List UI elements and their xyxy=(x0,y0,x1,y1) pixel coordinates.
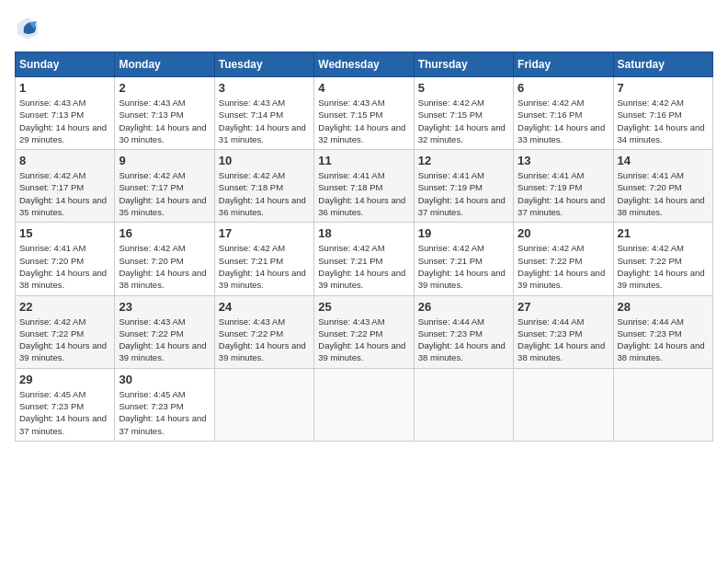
calendar-cell: 2 Sunrise: 4:43 AMSunset: 7:13 PMDayligh… xyxy=(115,77,214,150)
calendar-cell: 5 Sunrise: 4:42 AMSunset: 7:15 PMDayligh… xyxy=(414,77,513,150)
weekday-header-cell: Sunday xyxy=(16,52,115,77)
day-number: 13 xyxy=(518,154,609,167)
day-info: Sunrise: 4:42 AMSunset: 7:16 PMDaylight:… xyxy=(518,98,605,144)
calendar-cell: 10 Sunrise: 4:42 AMSunset: 7:18 PMDaylig… xyxy=(214,150,313,223)
day-info: Sunrise: 4:42 AMSunset: 7:20 PMDaylight:… xyxy=(119,243,206,290)
calendar-cell: 28 Sunrise: 4:44 AMSunset: 7:23 PMDaylig… xyxy=(613,295,712,368)
day-number: 3 xyxy=(219,81,310,95)
day-info: Sunrise: 4:42 AMSunset: 7:17 PMDaylight:… xyxy=(119,170,206,217)
calendar-cell xyxy=(613,368,712,441)
weekday-header-cell: Monday xyxy=(115,52,214,77)
day-info: Sunrise: 4:45 AMSunset: 7:23 PMDaylight:… xyxy=(119,389,206,436)
calendar-cell: 24 Sunrise: 4:43 AMSunset: 7:22 PMDaylig… xyxy=(214,295,313,368)
day-number: 23 xyxy=(119,300,210,314)
day-number: 19 xyxy=(418,226,509,240)
day-info: Sunrise: 4:43 AMSunset: 7:22 PMDaylight:… xyxy=(219,316,306,363)
day-number: 11 xyxy=(318,154,409,167)
calendar-cell: 17 Sunrise: 4:42 AMSunset: 7:21 PMDaylig… xyxy=(214,223,313,295)
day-info: Sunrise: 4:44 AMSunset: 7:23 PMDaylight:… xyxy=(618,316,705,363)
day-number: 6 xyxy=(518,81,609,95)
day-number: 5 xyxy=(418,81,509,95)
calendar-cell: 26 Sunrise: 4:44 AMSunset: 7:23 PMDaylig… xyxy=(414,295,513,368)
day-info: Sunrise: 4:42 AMSunset: 7:18 PMDaylight:… xyxy=(219,170,306,217)
day-number: 18 xyxy=(318,226,409,240)
day-number: 2 xyxy=(119,81,210,95)
calendar-row: 15 Sunrise: 4:41 AMSunset: 7:20 PMDaylig… xyxy=(16,223,713,295)
calendar-cell: 4 Sunrise: 4:43 AMSunset: 7:15 PMDayligh… xyxy=(314,77,414,150)
calendar-table: SundayMondayTuesdayWednesdayThursdayFrid… xyxy=(15,52,713,442)
weekday-header-cell: Saturday xyxy=(613,52,712,77)
day-info: Sunrise: 4:42 AMSunset: 7:15 PMDaylight:… xyxy=(418,98,506,144)
day-info: Sunrise: 4:43 AMSunset: 7:13 PMDaylight:… xyxy=(19,98,107,144)
calendar-cell: 9 Sunrise: 4:42 AMSunset: 7:17 PMDayligh… xyxy=(115,150,214,223)
day-info: Sunrise: 4:42 AMSunset: 7:21 PMDaylight:… xyxy=(318,243,405,290)
weekday-header: SundayMondayTuesdayWednesdayThursdayFrid… xyxy=(16,52,713,77)
calendar-cell xyxy=(514,368,613,441)
calendar-cell xyxy=(414,368,513,441)
day-info: Sunrise: 4:41 AMSunset: 7:19 PMDaylight:… xyxy=(418,170,506,217)
logo-icon xyxy=(15,15,40,40)
day-number: 27 xyxy=(518,300,609,314)
weekday-header-cell: Wednesday xyxy=(314,52,414,77)
calendar-cell: 30 Sunrise: 4:45 AMSunset: 7:23 PMDaylig… xyxy=(115,368,214,441)
calendar-cell: 16 Sunrise: 4:42 AMSunset: 7:20 PMDaylig… xyxy=(115,223,214,295)
calendar-cell: 13 Sunrise: 4:41 AMSunset: 7:19 PMDaylig… xyxy=(514,150,613,223)
header xyxy=(15,15,713,40)
calendar-cell: 22 Sunrise: 4:42 AMSunset: 7:22 PMDaylig… xyxy=(16,295,115,368)
calendar-cell: 15 Sunrise: 4:41 AMSunset: 7:20 PMDaylig… xyxy=(16,223,115,295)
day-info: Sunrise: 4:41 AMSunset: 7:20 PMDaylight:… xyxy=(19,243,107,290)
day-info: Sunrise: 4:42 AMSunset: 7:22 PMDaylight:… xyxy=(618,243,705,290)
day-info: Sunrise: 4:42 AMSunset: 7:16 PMDaylight:… xyxy=(618,98,705,144)
day-number: 12 xyxy=(418,154,509,167)
calendar-cell: 11 Sunrise: 4:41 AMSunset: 7:18 PMDaylig… xyxy=(314,150,414,223)
day-number: 4 xyxy=(318,81,409,95)
day-number: 26 xyxy=(418,300,509,314)
day-info: Sunrise: 4:42 AMSunset: 7:22 PMDaylight:… xyxy=(19,316,107,363)
day-number: 16 xyxy=(119,226,210,240)
calendar-cell: 23 Sunrise: 4:43 AMSunset: 7:22 PMDaylig… xyxy=(115,295,214,368)
day-info: Sunrise: 4:42 AMSunset: 7:17 PMDaylight:… xyxy=(19,170,107,217)
day-number: 22 xyxy=(19,300,110,314)
day-number: 29 xyxy=(19,373,110,386)
day-info: Sunrise: 4:44 AMSunset: 7:23 PMDaylight:… xyxy=(518,316,605,363)
day-number: 7 xyxy=(618,81,709,95)
calendar-cell: 1 Sunrise: 4:43 AMSunset: 7:13 PMDayligh… xyxy=(16,77,115,150)
calendar-row: 8 Sunrise: 4:42 AMSunset: 7:17 PMDayligh… xyxy=(16,150,713,223)
day-info: Sunrise: 4:41 AMSunset: 7:18 PMDaylight:… xyxy=(318,170,405,217)
day-info: Sunrise: 4:43 AMSunset: 7:13 PMDaylight:… xyxy=(119,98,206,144)
logo xyxy=(15,15,44,40)
day-info: Sunrise: 4:43 AMSunset: 7:22 PMDaylight:… xyxy=(318,316,405,363)
calendar-cell: 29 Sunrise: 4:45 AMSunset: 7:23 PMDaylig… xyxy=(16,368,115,441)
day-info: Sunrise: 4:41 AMSunset: 7:19 PMDaylight:… xyxy=(518,170,605,217)
calendar-cell: 18 Sunrise: 4:42 AMSunset: 7:21 PMDaylig… xyxy=(314,223,414,295)
day-number: 17 xyxy=(219,226,310,240)
calendar-row: 1 Sunrise: 4:43 AMSunset: 7:13 PMDayligh… xyxy=(16,77,713,150)
day-number: 10 xyxy=(219,154,310,167)
day-number: 30 xyxy=(119,373,210,386)
day-info: Sunrise: 4:44 AMSunset: 7:23 PMDaylight:… xyxy=(418,316,506,363)
day-info: Sunrise: 4:43 AMSunset: 7:22 PMDaylight:… xyxy=(119,316,206,363)
day-number: 25 xyxy=(318,300,409,314)
day-info: Sunrise: 4:43 AMSunset: 7:14 PMDaylight:… xyxy=(219,98,306,144)
calendar-cell: 3 Sunrise: 4:43 AMSunset: 7:14 PMDayligh… xyxy=(214,77,313,150)
day-number: 21 xyxy=(618,226,709,240)
weekday-header-cell: Thursday xyxy=(414,52,513,77)
day-info: Sunrise: 4:42 AMSunset: 7:22 PMDaylight:… xyxy=(518,243,605,290)
day-number: 24 xyxy=(219,300,310,314)
calendar-row: 22 Sunrise: 4:42 AMSunset: 7:22 PMDaylig… xyxy=(16,295,713,368)
calendar-cell xyxy=(214,368,313,441)
calendar-cell: 8 Sunrise: 4:42 AMSunset: 7:17 PMDayligh… xyxy=(16,150,115,223)
calendar-cell: 20 Sunrise: 4:42 AMSunset: 7:22 PMDaylig… xyxy=(514,223,613,295)
calendar-cell: 7 Sunrise: 4:42 AMSunset: 7:16 PMDayligh… xyxy=(613,77,712,150)
day-info: Sunrise: 4:45 AMSunset: 7:23 PMDaylight:… xyxy=(19,389,107,436)
day-number: 9 xyxy=(119,154,210,167)
day-number: 28 xyxy=(618,300,709,314)
calendar-cell: 12 Sunrise: 4:41 AMSunset: 7:19 PMDaylig… xyxy=(414,150,513,223)
calendar-cell: 21 Sunrise: 4:42 AMSunset: 7:22 PMDaylig… xyxy=(613,223,712,295)
calendar-cell xyxy=(314,368,414,441)
calendar-cell: 25 Sunrise: 4:43 AMSunset: 7:22 PMDaylig… xyxy=(314,295,414,368)
day-number: 8 xyxy=(19,154,110,167)
calendar-cell: 27 Sunrise: 4:44 AMSunset: 7:23 PMDaylig… xyxy=(514,295,613,368)
calendar-cell: 6 Sunrise: 4:42 AMSunset: 7:16 PMDayligh… xyxy=(514,77,613,150)
day-number: 15 xyxy=(19,226,110,240)
